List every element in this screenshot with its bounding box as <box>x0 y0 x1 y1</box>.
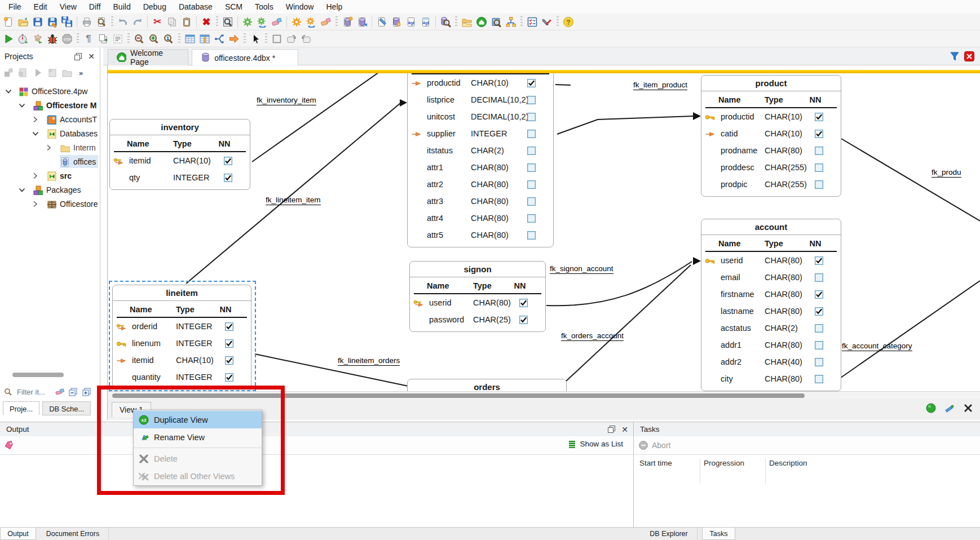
chevron-right-icon[interactable] <box>45 144 52 153</box>
clean-all-eraser-icon[interactable] <box>319 15 333 29</box>
delete-icon[interactable]: ✖ <box>199 15 214 29</box>
database-browser-icon[interactable] <box>438 15 453 29</box>
checkbox-unchecked[interactable] <box>815 180 823 191</box>
column-progression[interactable]: Progression <box>704 459 744 467</box>
column-description[interactable]: Description <box>769 459 807 467</box>
close-red-icon[interactable] <box>964 51 974 64</box>
paragraph-marks-icon[interactable]: ¶ <box>81 32 96 46</box>
table-row-lastname[interactable]: lastnameCHAR(80) <box>701 303 841 320</box>
menu-scm[interactable]: SCM <box>219 1 249 12</box>
search-doc-icon[interactable] <box>489 15 504 29</box>
build-gear-green-icon[interactable] <box>240 15 255 29</box>
checkbox-checked[interactable] <box>224 157 232 167</box>
table-row-qty[interactable]: qtyINTEGER <box>110 170 250 187</box>
fk-label-fk_inventory_item[interactable]: fk_inventory_item <box>257 96 316 105</box>
table-row-quantity[interactable]: quantityINTEGER <box>113 369 251 386</box>
fk-label-fk_orders_account[interactable]: fk_orders_account <box>561 331 624 341</box>
print-preview-icon[interactable] <box>94 15 109 29</box>
menu-debug[interactable]: Debug <box>137 1 173 12</box>
diagram-hscrollbar-thumb[interactable] <box>112 393 805 398</box>
checkbox-checked[interactable] <box>815 290 823 300</box>
profile-stopwatch-icon[interactable] <box>16 32 30 46</box>
table-row-attr3[interactable]: attr3CHAR(80) <box>408 193 553 210</box>
checkbox-checked[interactable] <box>815 256 823 267</box>
checkbox-checked[interactable] <box>527 79 536 89</box>
diagram-table-signon[interactable]: signonNameTypeNNuseridCHAR(80)passwordCH… <box>409 261 546 332</box>
checkbox-checked[interactable] <box>225 322 233 333</box>
table-row-acstatus[interactable]: acstatusCHAR(2) <box>701 320 841 337</box>
table-row-unitcost[interactable]: unitcostDECIMAL(10,2) <box>408 109 553 126</box>
table-row-password[interactable]: passwordCHAR(25) <box>410 312 545 329</box>
collapse-all-icon[interactable] <box>68 386 79 397</box>
chevron-right-icon[interactable] <box>32 172 38 182</box>
build-module-gear-icon[interactable] <box>255 15 270 29</box>
checkbox-unchecked[interactable] <box>527 214 536 224</box>
save-as-icon[interactable] <box>45 15 60 29</box>
expand-all-icon[interactable] <box>81 386 92 397</box>
abort-button[interactable]: Abort <box>639 441 670 450</box>
table-row-userid[interactable]: useridCHAR(80) <box>701 253 841 269</box>
table-column-icon[interactable] <box>197 32 212 46</box>
checkbox-checked[interactable] <box>224 174 232 184</box>
tab-welcome-page[interactable]: Welcome Page <box>108 49 188 65</box>
checkbox-unchecked[interactable] <box>527 147 536 157</box>
page-layout-icon[interactable] <box>111 32 125 46</box>
redo-icon[interactable] <box>130 15 145 29</box>
help-icon[interactable]: ? <box>561 15 576 29</box>
save-all-icon[interactable] <box>60 15 74 29</box>
diagram-table-orders[interactable]: ordersNameTypeNN <box>407 379 567 391</box>
tree-item-packages[interactable]: Packages <box>0 183 100 197</box>
chevron-down-icon[interactable] <box>18 186 26 195</box>
menu-item-rename-view[interactable]: ARename View <box>134 428 262 446</box>
checkbox-unchecked[interactable] <box>815 273 823 284</box>
fk-label-fk_produ[interactable]: fk_produ <box>932 168 961 178</box>
checkbox-checked[interactable] <box>225 339 233 349</box>
diagram-table-account[interactable]: accountNameTypeNNuseridCHAR(80)emailCHAR… <box>701 219 841 391</box>
fk-label-fk_lineitem_orders[interactable]: fk_lineitem_orders <box>338 356 400 366</box>
table-row-prodpic[interactable]: prodpicCHAR(255) <box>701 176 841 193</box>
table-row-linenum[interactable]: linenumINTEGER <box>113 335 251 352</box>
checkbox-unchecked[interactable] <box>527 197 536 207</box>
float-panel-icon[interactable] <box>73 51 83 61</box>
projects-tree-scrollbar[interactable] <box>0 372 96 378</box>
zoom-out-icon[interactable] <box>132 32 147 46</box>
eraser-icon[interactable] <box>54 386 65 397</box>
filter-input[interactable] <box>16 387 52 397</box>
rotate-left-shape-icon[interactable] <box>284 32 299 46</box>
chevron-right-icon[interactable] <box>32 200 38 210</box>
bottom-tab-db-explorer[interactable]: DB Explorer <box>641 528 698 540</box>
task-list-icon[interactable] <box>525 15 540 29</box>
fgl-form-icon[interactable]: 4gl <box>418 15 433 29</box>
menu-diff[interactable]: Diff <box>83 1 107 12</box>
table-row-addr1[interactable]: addr1CHAR(80) <box>701 337 841 354</box>
table-row-email[interactable]: emailCHAR(80) <box>701 269 841 286</box>
checkbox-checked[interactable] <box>519 299 528 309</box>
build-all-gear-icon[interactable] <box>289 15 304 29</box>
bottom-tab-output[interactable]: Output <box>0 528 36 540</box>
green-circle-icon[interactable] <box>926 403 936 413</box>
checkbox-unchecked[interactable] <box>527 231 536 241</box>
fk-label-fk_lineitem_item[interactable]: fk_lineitem_item <box>266 196 321 205</box>
tree-item-officestore[interactable]: Officestore <box>0 197 100 211</box>
zoom-in-icon[interactable] <box>147 32 161 46</box>
checkbox-checked[interactable] <box>225 373 233 383</box>
pink-tag-icon[interactable] <box>3 440 15 451</box>
checkbox-unchecked[interactable] <box>815 375 823 385</box>
chevron-down-icon[interactable] <box>18 101 26 110</box>
split-link-icon[interactable] <box>212 32 227 46</box>
diagram-table-product[interactable]: productNameTypeNNproductidCHAR(10)catidC… <box>701 75 841 197</box>
checkbox-unchecked[interactable] <box>815 341 823 351</box>
stop-icon[interactable]: STOP <box>60 32 74 46</box>
chevron-right-icon[interactable] <box>32 116 38 125</box>
pencil-icon[interactable] <box>944 403 955 413</box>
print-icon[interactable] <box>80 15 94 29</box>
diagram-table-lineitem[interactable]: lineitemNameTypeNNorderidINTEGERlinenumI… <box>112 285 251 389</box>
table-row-firstname[interactable]: firstnameCHAR(80) <box>701 286 841 303</box>
tree-item-databases[interactable]: Databases <box>0 126 100 140</box>
menu-item-duplicate-view[interactable]: x2Duplicate View <box>134 411 262 428</box>
debug-bug-icon[interactable] <box>45 32 60 46</box>
tree-item-officestore-m[interactable]: Officestore M <box>0 98 100 112</box>
table-row-catid[interactable]: catidCHAR(10) <box>701 126 841 143</box>
table-grid-icon[interactable] <box>183 32 197 46</box>
table-row-city[interactable]: cityCHAR(80) <box>701 371 841 388</box>
